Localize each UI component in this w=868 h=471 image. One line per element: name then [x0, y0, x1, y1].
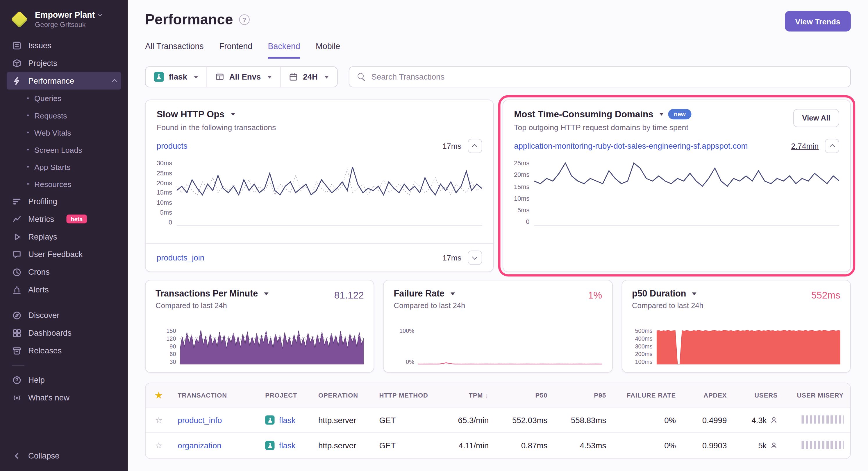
chevron-down-icon [194, 75, 198, 78]
star-toggle[interactable]: ☆ [155, 441, 162, 450]
domains-title-dropdown[interactable]: Most Time-Consuming Domains new [514, 109, 691, 119]
sidebar-divider [12, 365, 24, 366]
tab-mobile[interactable]: Mobile [316, 41, 340, 59]
widget-subtitle: Found in the following transactions [157, 123, 482, 132]
sidebar-item-label: Dashboards [28, 329, 71, 337]
axis-tick-label: 400ms [635, 336, 652, 341]
project-filter[interactable]: flask [146, 67, 207, 87]
sidebar-item-user-feedback[interactable]: User Feedback [7, 246, 121, 263]
sidebar-item-help[interactable]: Help [7, 371, 121, 389]
sidebar-item-app-starts[interactable]: App Starts [7, 158, 121, 175]
operation-cell: http.server [312, 415, 372, 424]
column-header-apdex[interactable]: APDEX [683, 392, 734, 398]
domain-row: application-monitoring-ruby-dot-sales-en… [503, 132, 850, 158]
page-help-icon[interactable]: ? [239, 14, 250, 25]
domain-time-spent[interactable]: 2.74min [791, 142, 819, 150]
view-trends-button[interactable]: View Trends [784, 11, 850, 31]
users-cell: 4.3k [734, 415, 784, 424]
products-join-link[interactable]: products_join [157, 253, 204, 262]
star-column-header[interactable]: ★ [146, 391, 171, 399]
new-badge: new [668, 109, 691, 119]
users-cell: 5k [734, 441, 784, 450]
project-link[interactable]: flask [279, 441, 296, 450]
sidebar-subitem-label: App Starts [34, 162, 70, 171]
column-header-failure-rate[interactable]: FAILURE RATE [613, 392, 683, 398]
sidebar-item-dashboards[interactable]: Dashboards [7, 324, 121, 342]
sidebar-item-requests[interactable]: Requests [7, 107, 121, 124]
tab-backend[interactable]: Backend [268, 41, 300, 59]
environment-filter[interactable]: All Envs [207, 67, 281, 87]
sidebar-item-queries[interactable]: Queries [7, 90, 121, 107]
star-toggle[interactable]: ☆ [155, 415, 162, 424]
user-misery-bars [801, 440, 844, 449]
tpm-cell: 65.3/min [440, 415, 495, 424]
sidebar-item-alerts[interactable]: Alerts [7, 281, 121, 299]
axis-tick-label: 200ms [635, 351, 652, 357]
p50-cell: 0.87ms [495, 441, 554, 450]
sidebar-item-metrics[interactable]: Metrics beta [7, 210, 121, 228]
chevron-down-icon [230, 113, 235, 115]
axis-tick-label: 5ms [160, 209, 172, 216]
column-header-user-misery[interactable]: USER MISERY [784, 392, 850, 398]
column-header-project[interactable]: PROJECT [258, 392, 312, 398]
failure-rate-cell: 0% [613, 441, 683, 450]
domain-link[interactable]: application-monitoring-ruby-dot-sales-en… [514, 142, 783, 150]
sidebar-item-issues[interactable]: Issues [7, 37, 121, 54]
sidebar-item-screen-loads[interactable]: Screen Loads [7, 141, 121, 158]
org-name: Empower Plant [35, 10, 95, 19]
sidebar-item-releases[interactable]: Releases [7, 342, 121, 360]
sidebar-item-profiling[interactable]: Profiling [7, 193, 121, 210]
sidebar-item-whats-new[interactable]: What's new [7, 389, 121, 407]
expand-products-join-button[interactable] [467, 250, 482, 265]
column-header-p95[interactable]: P95 [554, 392, 613, 398]
sidebar-item-performance[interactable]: Performance [7, 72, 121, 90]
column-header-operation[interactable]: OPERATION [312, 392, 372, 398]
sidebar-item-web-vitals[interactable]: Web Vitals [7, 124, 121, 141]
tab-frontend[interactable]: Frontend [219, 41, 252, 59]
tab-all-transactions[interactable]: All Transactions [145, 41, 204, 59]
project-link[interactable]: flask [279, 415, 296, 424]
column-header-transaction[interactable]: TRANSACTION [171, 392, 258, 398]
sort-desc-icon: ↓ [485, 391, 489, 399]
widget-title: Transactions Per Minute [156, 289, 258, 299]
search-transactions-field[interactable] [349, 67, 851, 88]
axis-tick-label: 15ms [514, 184, 530, 190]
column-header-tpm[interactable]: TPM↓ [440, 391, 495, 399]
sidebar-item-crons[interactable]: Crons [7, 263, 121, 281]
collapse-domain-button[interactable] [825, 139, 839, 153]
failure-rate-title-dropdown[interactable]: Failure Rate [394, 289, 465, 299]
tpm-title-dropdown[interactable]: Transactions Per Minute [156, 289, 268, 299]
axis-tick-label: 25ms [514, 160, 530, 167]
sidebar-item-resources[interactable]: Resources [7, 175, 121, 193]
date-range-filter[interactable]: 24H [281, 67, 337, 87]
sidebar-item-label: Profiling [28, 197, 57, 206]
sidebar-collapse-button[interactable]: Collapse [7, 447, 121, 465]
axis-tick-label: 60 [169, 351, 176, 357]
column-header-users[interactable]: USERS [734, 392, 784, 398]
column-header-http-method[interactable]: HTTP METHOD [373, 392, 440, 398]
sidebar-item-label: Releases [28, 346, 62, 355]
column-header-p50[interactable]: P50 [495, 392, 554, 398]
project-filter-value: flask [169, 72, 187, 81]
page-title-text: Performance [145, 11, 233, 28]
sidebar-item-label: Issues [28, 41, 52, 49]
p50-title-dropdown[interactable]: p50 Duration [632, 289, 704, 299]
axis-tick-label: 0 [168, 219, 172, 226]
sidebar-item-discover[interactable]: Discover [7, 306, 121, 324]
transaction-link[interactable]: product_info [178, 415, 222, 424]
org-switcher[interactable]: Empower Plant George Gritsouk [7, 8, 121, 37]
sidebar-item-label: Collapse [28, 451, 59, 460]
products-link[interactable]: products [157, 142, 187, 150]
chevron-left-icon [12, 451, 22, 460]
flask-platform-icon [154, 72, 164, 82]
releases-icon [12, 346, 22, 355]
replays-icon [12, 232, 22, 241]
collapse-products-button[interactable] [467, 139, 482, 153]
sidebar-item-projects[interactable]: Projects [7, 54, 121, 72]
sidebar-item-label: What's new [28, 393, 69, 402]
transaction-link[interactable]: organization [178, 441, 221, 450]
search-input[interactable] [372, 72, 842, 81]
sidebar-item-replays[interactable]: Replays [7, 228, 121, 246]
slow-http-ops-title-dropdown[interactable]: Slow HTTP Ops [157, 109, 482, 119]
view-all-button[interactable]: View All [793, 109, 839, 127]
